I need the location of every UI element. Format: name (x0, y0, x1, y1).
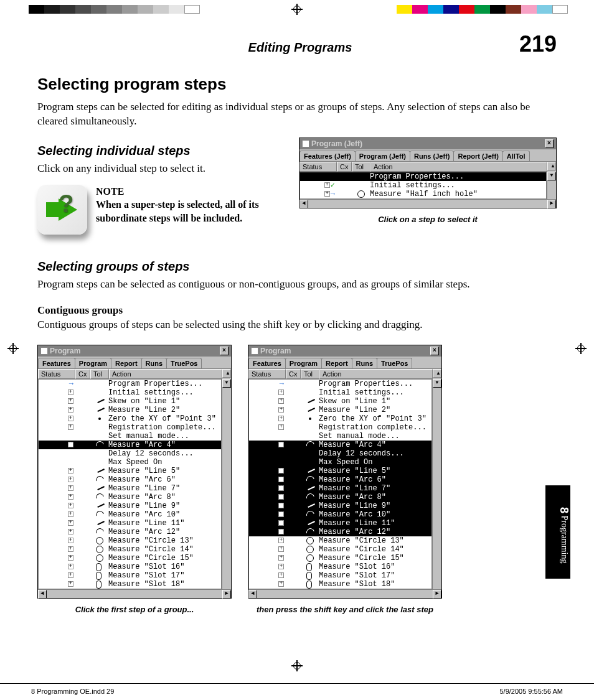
expand-icon[interactable]: + (278, 477, 284, 482)
scroll-up-button[interactable]: ▲ (547, 162, 556, 170)
step-row[interactable]: +✓ Initial settings... (300, 181, 546, 190)
tab-report[interactable]: Report (321, 358, 352, 368)
scroll-left-button[interactable]: ◄ (299, 200, 308, 208)
step-row[interactable]: + Measure "Line 9" (39, 502, 221, 510)
expand-icon[interactable]: + (278, 503, 284, 508)
step-row[interactable]: → Program Properties... (249, 380, 431, 388)
expand-icon[interactable]: + (324, 182, 330, 188)
step-row[interactable]: + Measure "Slot 17" (39, 571, 221, 580)
step-row[interactable]: + Measure "Line 2" (39, 406, 221, 414)
expand-icon[interactable]: + (278, 538, 284, 543)
step-row[interactable]: + Measure "Line 2" (249, 406, 431, 414)
tab-truepos[interactable]: TruePos (166, 358, 202, 368)
step-row[interactable]: + Measure "Circle 13" (249, 536, 431, 545)
tab-program[interactable]: Program (285, 358, 322, 368)
expand-icon[interactable]: + (68, 468, 73, 474)
vertical-scrollbar[interactable]: ▼ (547, 172, 556, 199)
step-row[interactable]: +→ Measure "Half inch hole" (300, 190, 546, 198)
scroll-right-button[interactable]: ► (547, 200, 556, 208)
step-row[interactable]: + Measure "Line 7" (249, 484, 431, 493)
scroll-down-button[interactable]: ▼ (547, 172, 556, 180)
col-action[interactable]: Action (109, 369, 222, 379)
col-cx[interactable]: Cx (286, 369, 301, 379)
expand-icon[interactable]: + (68, 572, 73, 578)
expand-icon[interactable]: + (278, 494, 284, 500)
expand-icon[interactable]: + (68, 390, 73, 395)
step-row[interactable]: + Initial settings... (249, 388, 431, 397)
tab-truepos[interactable]: TruePos (377, 358, 412, 368)
expand-icon[interactable]: + (278, 424, 284, 430)
expand-icon[interactable]: + (278, 529, 284, 534)
expand-icon[interactable]: + (68, 555, 73, 561)
col-action[interactable]: Action (370, 162, 547, 172)
expand-icon[interactable]: + (278, 398, 284, 404)
horizontal-scrollbar[interactable]: ◄► (38, 589, 231, 598)
step-row[interactable]: → Program Properties... (39, 380, 221, 388)
step-row[interactable]: + Measure "Arc 4" (249, 441, 431, 449)
expand-icon[interactable]: + (68, 398, 73, 404)
close-button[interactable]: × (430, 347, 439, 355)
step-row[interactable]: Delay 12 seconds... (39, 449, 221, 458)
vertical-scrollbar[interactable]: ▼ (432, 379, 441, 589)
step-row[interactable]: + Zero the XY of "Point 3" (39, 414, 221, 423)
expand-icon[interactable]: + (68, 529, 73, 534)
expand-icon[interactable]: + (278, 416, 284, 421)
step-row[interactable]: + Measure "Arc 6" (39, 475, 221, 484)
close-button[interactable]: × (545, 139, 554, 148)
expand-icon[interactable]: + (68, 477, 73, 482)
tab-report-jeff-[interactable]: Report (Jeff) (453, 151, 502, 161)
step-row[interactable]: + Measure "Arc 8" (249, 493, 431, 502)
scroll-left-button[interactable]: ◄ (38, 590, 47, 599)
scroll-down-button[interactable]: ▼ (222, 379, 231, 388)
scroll-down-button[interactable]: ▼ (433, 379, 441, 388)
window-titlebar[interactable]: Program × (248, 345, 441, 357)
step-row[interactable]: + Measure "Circle 15" (249, 554, 431, 562)
expand-icon[interactable]: + (278, 442, 284, 447)
expand-icon[interactable]: + (68, 520, 73, 526)
scroll-up-button[interactable]: ▲ (222, 369, 231, 378)
step-row[interactable]: + Measure "Slot 16" (39, 562, 221, 571)
step-row[interactable]: + Measure "Circle 13" (39, 536, 221, 545)
step-row[interactable]: Max Speed On (39, 458, 221, 467)
horizontal-scrollbar[interactable]: ◄► (248, 589, 441, 598)
step-row[interactable]: + Measure "Line 5" (249, 467, 431, 475)
scroll-left-button[interactable]: ◄ (248, 590, 257, 599)
step-row[interactable]: + Skew on "Line 1" (39, 397, 221, 406)
step-row[interactable]: + Measure "Line 5" (39, 467, 221, 475)
col-status[interactable]: Status (248, 369, 286, 379)
step-row[interactable]: + Measure "Arc 12" (249, 528, 431, 536)
expand-icon[interactable]: + (68, 485, 73, 491)
step-row[interactable]: + Measure "Slot 18" (39, 580, 221, 589)
step-row[interactable]: + Skew on "Line 1" (249, 397, 431, 406)
expand-icon[interactable]: + (278, 581, 284, 587)
expand-icon[interactable]: + (68, 442, 73, 447)
expand-icon[interactable]: + (68, 494, 73, 500)
expand-icon[interactable]: + (68, 581, 73, 587)
step-row[interactable]: + Measure "Slot 17" (249, 571, 431, 580)
scroll-right-button[interactable]: ► (433, 590, 441, 599)
step-row[interactable]: + Measure "Arc 10" (39, 510, 221, 519)
expand-icon[interactable]: + (278, 555, 284, 561)
expand-icon[interactable]: + (278, 520, 284, 526)
col-cx[interactable]: Cx (75, 369, 90, 379)
expand-icon[interactable]: + (278, 390, 284, 395)
step-row[interactable]: Program Properties... (300, 172, 546, 181)
step-row[interactable]: + Registration complete... (39, 423, 221, 432)
tab-report[interactable]: Report (111, 358, 141, 368)
col-tol[interactable]: Tol (352, 162, 370, 172)
expand-icon[interactable]: + (68, 511, 73, 517)
step-row[interactable]: + Measure "Arc 6" (249, 475, 431, 484)
step-row[interactable]: + Zero the XY of "Point 3" (249, 414, 431, 423)
col-action[interactable]: Action (319, 369, 433, 379)
step-row[interactable]: + Measure "Slot 16" (249, 562, 431, 571)
horizontal-scrollbar[interactable]: ◄► (299, 199, 556, 208)
step-row[interactable]: + Measure "Arc 10" (249, 510, 431, 519)
expand-icon[interactable]: + (278, 468, 284, 474)
col-tol[interactable]: Tol (90, 369, 109, 379)
scroll-up-button[interactable]: ▲ (433, 369, 441, 378)
step-row[interactable]: Delay 12 seconds... (249, 449, 431, 458)
step-row[interactable]: Set manual mode... (39, 432, 221, 441)
vertical-scrollbar[interactable]: ▼ (222, 379, 231, 589)
step-row[interactable]: + Measure "Line 7" (39, 484, 221, 493)
expand-icon[interactable]: + (278, 564, 284, 569)
